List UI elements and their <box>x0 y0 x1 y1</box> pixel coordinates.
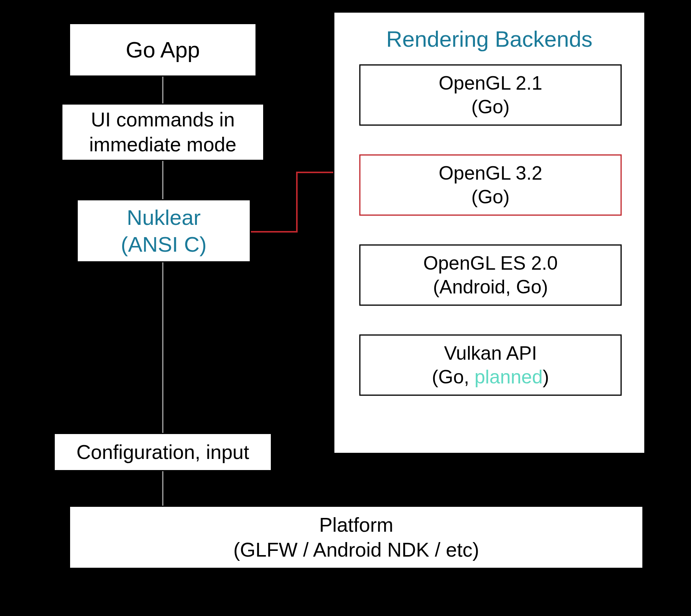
config-input-box: Configuration, input <box>54 433 272 471</box>
connector-goapp-to-ui <box>161 77 165 103</box>
ui-commands-box: UI commands in immediate mode <box>61 103 264 161</box>
backends-container: Rendering Backends OpenGL 2.1 (Go) OpenG… <box>333 11 645 454</box>
go-app-label: Go App <box>126 36 200 64</box>
backend-opengles20-l2: (Android, Go) <box>433 275 548 299</box>
platform-l2: (GLFW / Android NDK / etc) <box>233 537 479 562</box>
backend-opengles20-l1: OpenGL ES 2.0 <box>423 251 558 275</box>
nuklear-l2: (ANSI C) <box>121 231 207 258</box>
nuklear-box: Nuklear (ANSI C) <box>77 199 251 262</box>
connector-config-to-platform <box>161 471 165 506</box>
nuklear-l1: Nuklear <box>127 204 201 231</box>
backend-opengl21-l1: OpenGL 2.1 <box>439 71 542 95</box>
go-app-box: Go App <box>69 23 257 77</box>
platform-box: Platform (GLFW / Android NDK / etc) <box>69 506 644 569</box>
ui-commands-l2: immediate mode <box>89 132 236 157</box>
backend-opengl21: OpenGL 2.1 (Go) <box>359 64 622 126</box>
backend-opengl32-l2: (Go) <box>472 185 510 209</box>
backend-opengl32-l1: OpenGL 3.2 <box>439 161 542 185</box>
backend-vulkan-l1: Vulkan API <box>444 341 537 365</box>
backend-vulkan: Vulkan API (Go, planned) <box>359 334 622 396</box>
connector-ui-to-nuklear <box>161 161 165 199</box>
backend-opengl21-l2: (Go) <box>472 95 510 119</box>
platform-l1: Platform <box>319 513 393 537</box>
backend-vulkan-planned: planned <box>475 366 543 388</box>
backend-vulkan-l2-pre: (Go, <box>432 366 475 388</box>
ui-commands-l1: UI commands in <box>91 107 235 132</box>
config-input-label: Configuration, input <box>77 440 249 465</box>
connector-nuklear-down <box>161 262 165 433</box>
backend-opengles20: OpenGL ES 2.0 (Android, Go) <box>359 244 622 306</box>
backends-title: Rendering Backends <box>334 26 644 52</box>
backend-opengl32: OpenGL 3.2 (Go) <box>359 154 622 216</box>
backend-vulkan-l2: (Go, planned) <box>432 365 549 389</box>
backend-vulkan-l2-post: ) <box>543 366 549 388</box>
